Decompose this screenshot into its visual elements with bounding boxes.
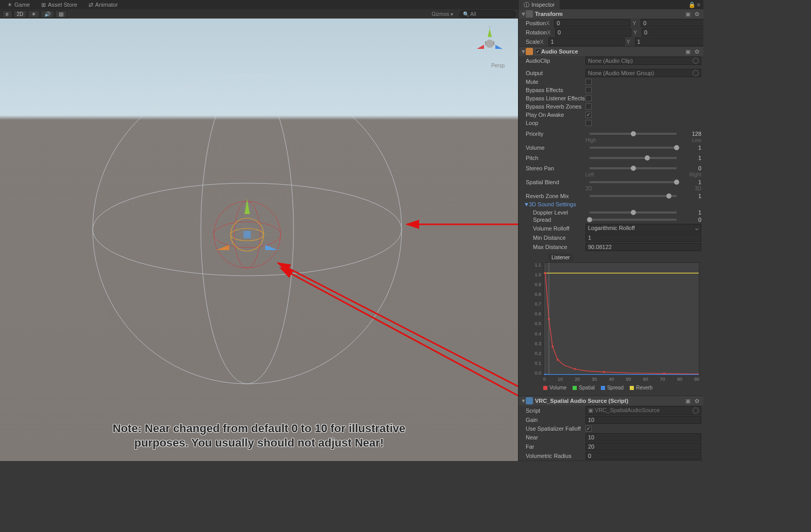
annotation-note: Note: Near changed from default 0 to 10 … — [26, 421, 492, 451]
volume-slider[interactable] — [590, 147, 677, 149]
far-label: Far — [526, 444, 585, 450]
toggle-audio-icon[interactable]: 🔊 — [41, 10, 54, 18]
script-icon — [526, 397, 533, 404]
transform-icon — [526, 10, 533, 17]
volume-rolloff-label: Volume Rolloff — [533, 225, 585, 232]
audio-icon — [526, 48, 533, 55]
object-picker-icon[interactable] — [693, 58, 699, 64]
stereo-pan-slider[interactable] — [590, 167, 677, 169]
legend-item[interactable]: Volume — [543, 385, 566, 391]
near-field[interactable] — [585, 433, 701, 441]
inspector-lock-icon[interactable]: 🔒 ≡ — [685, 2, 703, 8]
pitch-slider[interactable] — [590, 157, 677, 159]
legend-item[interactable]: Spatial — [573, 385, 595, 391]
svg-point-31 — [574, 368, 576, 370]
bypass-reverb-checkbox[interactable] — [585, 103, 592, 110]
position-x[interactable] — [554, 19, 630, 27]
volume-rolloff-dropdown[interactable]: Logarithmic Rolloff — [585, 224, 701, 233]
gear-icon[interactable]: ✿ — [693, 11, 701, 17]
tab-animator[interactable]: ⇄Animator — [83, 1, 123, 9]
scene-content — [0, 19, 518, 461]
animator-icon: ⇄ — [89, 2, 93, 8]
spatial-blend-slider[interactable] — [590, 181, 677, 183]
toggle-light-icon[interactable]: ☀ — [28, 10, 40, 18]
vrc-spatial-component: ▼ VRC_Spatial Audio Source (Script) ▣ ✿ … — [519, 396, 703, 461]
bypass-reverb-label: Bypass Reverb Zones — [526, 103, 585, 110]
object-picker-icon[interactable] — [693, 407, 699, 414]
scale-y[interactable] — [635, 38, 703, 46]
inspector-panel: ⓘInspector 🔒 ≡ ▼ Transform ▣ ✿ Position … — [518, 0, 703, 461]
play-awake-label: Play On Awake — [526, 112, 585, 118]
legend-item[interactable]: Reverb — [630, 385, 652, 391]
shaded-dropdown[interactable]: e — [2, 10, 12, 18]
component-enabled-checkbox[interactable] — [535, 48, 541, 55]
component-title: Transform — [535, 11, 683, 17]
audioclip-field[interactable]: None (Audio Clip) — [585, 57, 701, 65]
tab-game[interactable]: ☀Game — [2, 1, 35, 9]
output-field[interactable]: None (Audio Mixer Group) — [585, 69, 701, 77]
tab-asset-store[interactable]: ⊞Asset Store — [36, 1, 82, 9]
toggle-2d[interactable]: 2D — [13, 10, 27, 18]
help-icon[interactable]: ▣ — [683, 48, 693, 55]
legend-item[interactable]: Spread — [601, 385, 624, 391]
foldout-icon[interactable]: ▼ — [521, 48, 526, 55]
loop-checkbox[interactable] — [585, 120, 592, 126]
priority-label: Priority — [526, 131, 585, 137]
gear-icon[interactable]: ✿ — [693, 398, 701, 404]
listener-label: Listener — [548, 254, 573, 261]
bypass-effects-checkbox[interactable] — [585, 87, 592, 93]
bypass-listener-label: Bypass Listener Effects — [526, 95, 585, 101]
rotation-x[interactable] — [555, 28, 631, 37]
legend-swatch — [601, 386, 605, 390]
use-spatializer-checkbox[interactable] — [585, 425, 592, 432]
gear-icon[interactable]: ✿ — [693, 48, 701, 55]
position-y[interactable] — [641, 19, 703, 27]
rotation-label: Rotation — [526, 29, 547, 36]
svg-marker-19 — [216, 245, 229, 250]
max-distance-field[interactable] — [585, 243, 701, 251]
gain-field[interactable] — [585, 416, 701, 424]
reverb-mix-slider[interactable] — [590, 195, 677, 197]
help-icon[interactable]: ▣ — [683, 398, 693, 404]
use-spatializer-label: Use Spatializer Falloff — [526, 425, 585, 432]
max-distance-label: Max Distance — [533, 244, 585, 250]
pitch-label: Pitch — [526, 155, 585, 161]
play-awake-checkbox[interactable] — [585, 112, 592, 118]
priority-slider[interactable] — [590, 133, 677, 135]
bypass-effects-label: Bypass Effects — [526, 87, 585, 93]
far-field[interactable] — [585, 442, 701, 451]
svg-line-24 — [278, 263, 518, 386]
spatial-blend-label: Spatial Blend — [526, 179, 585, 185]
foldout-icon[interactable]: ▼ — [521, 398, 526, 404]
gizmos-toggle[interactable]: Gizmos ▾ — [432, 11, 453, 17]
rotation-y[interactable] — [642, 28, 703, 37]
svg-point-30 — [557, 359, 559, 361]
scene-viewport[interactable]: ☀Game ⊞Asset Store ⇄Animator e 2D ☀ 🔊 ▤ … — [0, 0, 518, 461]
help-icon[interactable]: ▣ — [683, 11, 693, 17]
object-picker-icon[interactable] — [693, 70, 699, 76]
near-label: Near — [526, 434, 585, 440]
rolloff-chart[interactable]: Listener 1.11.00.90.80.70.60.50.40.30.20… — [531, 254, 699, 394]
transform-component: ▼ Transform ▣ ✿ Position X Y Z Rotation … — [519, 9, 703, 47]
spread-slider[interactable] — [590, 219, 677, 221]
svg-rect-21 — [244, 231, 251, 238]
bypass-listener-checkbox[interactable] — [585, 95, 592, 101]
script-field: ▣ VRC_SpatialAudioSource — [585, 406, 701, 415]
mute-checkbox[interactable] — [585, 79, 592, 85]
stereo-pan-label: Stereo Pan — [526, 165, 585, 171]
svg-point-12 — [201, 75, 294, 384]
mute-label: Mute — [526, 79, 585, 85]
toggle-fx-icon[interactable]: ▤ — [55, 10, 67, 18]
doppler-slider[interactable] — [590, 211, 677, 214]
tab-inspector[interactable]: ⓘInspector — [519, 0, 560, 10]
svg-point-27 — [544, 272, 546, 274]
3d-sound-settings-header[interactable]: ▼3D Sound Settings — [519, 200, 703, 209]
min-distance-field[interactable] — [585, 234, 701, 242]
loop-label: Loop — [526, 120, 585, 126]
scale-x[interactable] — [548, 38, 625, 46]
foldout-icon[interactable]: ▼ — [521, 11, 526, 17]
viewport-search[interactable]: 🔍 All — [459, 10, 516, 18]
volumetric-radius-field[interactable] — [585, 452, 701, 460]
store-icon: ⊞ — [41, 2, 46, 8]
svg-line-25 — [281, 268, 518, 396]
